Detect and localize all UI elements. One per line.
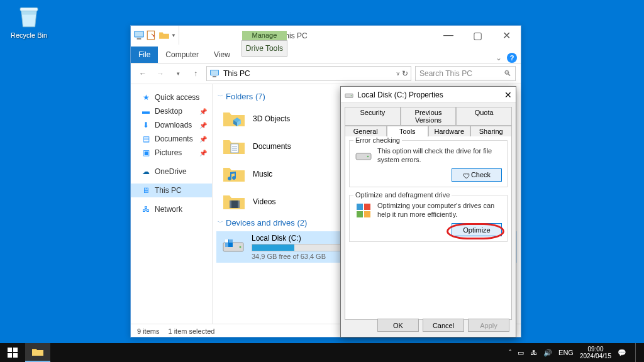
svg-rect-23 bbox=[357, 204, 363, 210]
svg-point-22 bbox=[367, 156, 369, 158]
svg-rect-3 bbox=[137, 38, 142, 40]
network-icon[interactable]: 🖧 bbox=[530, 349, 537, 356]
help-icon[interactable]: ? bbox=[507, 53, 517, 63]
nav-network[interactable]: 🖧Network bbox=[131, 202, 212, 216]
svg-rect-27 bbox=[8, 348, 12, 352]
file-explorer-icon bbox=[31, 347, 44, 357]
qat-dropdown-icon[interactable]: ▼ bbox=[171, 33, 176, 38]
taskbar-file-explorer[interactable] bbox=[25, 343, 50, 362]
tab-quota[interactable]: Quota bbox=[456, 107, 512, 126]
svg-rect-15 bbox=[225, 239, 228, 243]
optimize-button[interactable]: Optimize bbox=[452, 223, 502, 236]
tab-previous-versions[interactable]: Previous Versions bbox=[401, 107, 457, 126]
dialog-title: Local Disk (C:) Properties bbox=[357, 90, 443, 99]
nav-this-pc[interactable]: 🖥This PC bbox=[131, 184, 212, 197]
desktop-icon-label: Recycle Bin bbox=[6, 31, 52, 39]
svg-rect-8 bbox=[213, 76, 216, 77]
svg-rect-25 bbox=[357, 211, 363, 217]
refresh-icon[interactable]: ↻ bbox=[402, 69, 408, 78]
new-folder-icon[interactable] bbox=[158, 30, 170, 41]
pictures-icon: ▣ bbox=[141, 148, 151, 158]
show-desktop-button[interactable] bbox=[635, 343, 639, 362]
ribbon-expand-icon[interactable]: ⌄ bbox=[496, 53, 502, 62]
svg-rect-28 bbox=[13, 348, 18, 352]
drive-icon bbox=[221, 236, 245, 258]
address-text: This PC bbox=[223, 69, 250, 78]
svg-rect-16 bbox=[229, 239, 233, 243]
back-button[interactable]: ← bbox=[136, 67, 150, 80]
nav-documents[interactable]: ▤Documents📌 bbox=[131, 132, 212, 146]
tab-tools[interactable]: Tools bbox=[387, 126, 429, 137]
status-item-count: 9 items bbox=[137, 327, 159, 335]
svg-rect-30 bbox=[13, 353, 18, 358]
view-tab[interactable]: View bbox=[206, 47, 238, 63]
nav-onedrive[interactable]: ☁OneDrive bbox=[131, 165, 212, 178]
svg-rect-7 bbox=[211, 70, 218, 75]
tray-chevron-icon[interactable]: ˆ bbox=[509, 349, 511, 356]
ok-button[interactable]: OK bbox=[377, 319, 419, 332]
group-legend: Optimize and defragment drive bbox=[353, 191, 452, 199]
folder-icon bbox=[221, 190, 247, 213]
svg-rect-29 bbox=[8, 353, 12, 358]
ribbon-tabs: File Computer View Manage Drive Tools ⌄ … bbox=[131, 45, 521, 63]
svg-point-18 bbox=[240, 246, 242, 248]
check-button[interactable]: 🛡Check bbox=[452, 168, 502, 182]
up-button[interactable]: ↑ bbox=[189, 67, 203, 80]
drive-icon bbox=[345, 90, 353, 99]
start-button[interactable] bbox=[0, 343, 25, 362]
folder-icon bbox=[221, 107, 247, 130]
properties-dialog: Local Disk (C:) Properties ✕ Security Pr… bbox=[340, 86, 516, 337]
nav-pictures[interactable]: ▣Pictures📌 bbox=[131, 146, 212, 160]
nav-downloads[interactable]: ⬇Downloads📌 bbox=[131, 118, 212, 132]
taskbar: ˆ ▭ 🖧 🔊 ENG 09:00 2024/04/15 💬 bbox=[0, 343, 644, 362]
pin-icon: 📌 bbox=[199, 150, 207, 156]
volume-icon[interactable]: 🔊 bbox=[543, 349, 552, 357]
action-center-icon[interactable]: 💬 bbox=[618, 349, 626, 357]
file-tab[interactable]: File bbox=[131, 47, 158, 63]
star-icon: ★ bbox=[141, 92, 151, 102]
pin-icon: 📌 bbox=[199, 108, 207, 115]
recycle-bin-icon bbox=[16, 4, 42, 30]
computer-tab[interactable]: Computer bbox=[158, 47, 206, 63]
tab-sharing[interactable]: Sharing bbox=[470, 126, 513, 137]
language-indicator[interactable]: ENG bbox=[558, 349, 574, 356]
battery-icon[interactable]: ▭ bbox=[518, 349, 524, 357]
drive-free-text: 34,9 GB free of 63,4 GB bbox=[252, 253, 346, 260]
search-box[interactable]: Search This PC 🔍︎ bbox=[415, 66, 516, 81]
system-tray: ˆ ▭ 🖧 🔊 ENG 09:00 2024/04/15 💬 bbox=[504, 343, 644, 362]
forward-button[interactable]: → bbox=[153, 67, 167, 80]
clock[interactable]: 09:00 2024/04/15 bbox=[580, 346, 611, 360]
this-pc-icon bbox=[209, 69, 219, 79]
cancel-button[interactable]: Cancel bbox=[423, 319, 464, 332]
downloads-icon: ⬇ bbox=[141, 120, 151, 130]
nav-desktop[interactable]: ▬Desktop📌 bbox=[131, 104, 212, 118]
maximize-button[interactable]: ▢ bbox=[463, 26, 492, 45]
error-checking-group: Error checking This option will check th… bbox=[349, 140, 508, 187]
desktop-icon-recycle-bin[interactable]: Recycle Bin bbox=[6, 4, 52, 39]
drive-tools-tab[interactable]: Drive Tools bbox=[242, 40, 287, 57]
search-placeholder: Search This PC bbox=[419, 69, 472, 78]
minimize-button[interactable]: — bbox=[434, 26, 463, 45]
this-pc-icon bbox=[133, 30, 145, 41]
tab-security[interactable]: Security bbox=[345, 107, 401, 126]
quick-access-toolbar: ▼ bbox=[131, 26, 179, 45]
folder-icon bbox=[221, 135, 247, 158]
tab-hardware[interactable]: Hardware bbox=[428, 126, 470, 137]
close-icon[interactable]: ✕ bbox=[504, 90, 512, 100]
nav-quick-access[interactable]: ★Quick access bbox=[131, 90, 212, 104]
recent-locations-button[interactable]: ▾ bbox=[171, 67, 185, 80]
tab-general[interactable]: General bbox=[345, 126, 387, 137]
address-dropdown-icon[interactable]: v bbox=[397, 70, 400, 77]
svg-rect-24 bbox=[364, 204, 370, 210]
address-bar[interactable]: This PC v↻ bbox=[206, 66, 411, 81]
desktop-icon: ▬ bbox=[141, 106, 151, 116]
error-check-text: This option will check the drive for fil… bbox=[377, 147, 502, 165]
close-button[interactable]: ✕ bbox=[492, 26, 521, 45]
chevron-down-icon: ﹀ bbox=[218, 219, 223, 227]
clock-time: 09:00 bbox=[580, 346, 611, 353]
drive-label: Local Disk (C:) bbox=[252, 234, 346, 243]
apply-button[interactable]: Apply bbox=[468, 319, 509, 332]
search-icon: 🔍︎ bbox=[504, 69, 511, 78]
properties-icon[interactable] bbox=[146, 30, 157, 41]
optimize-group: Optimize and defragment drive Optimizing… bbox=[349, 195, 508, 242]
